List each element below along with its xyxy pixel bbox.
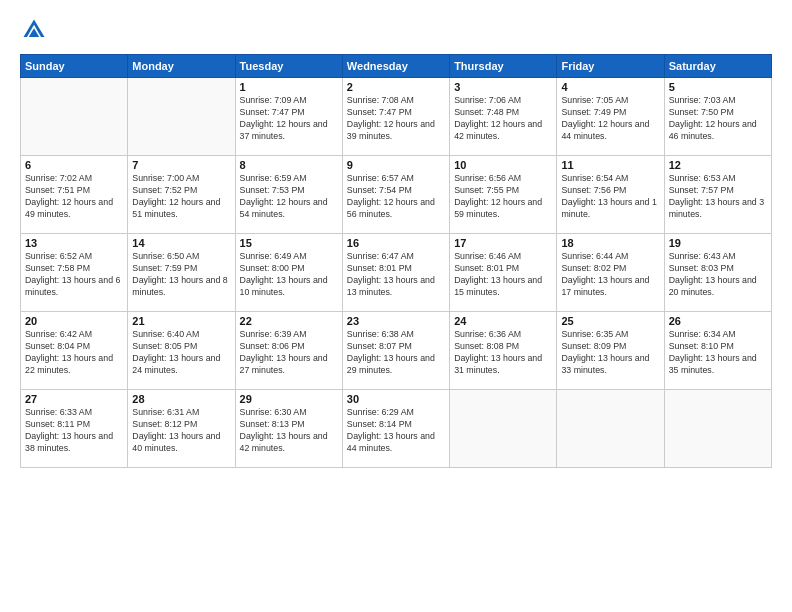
calendar-table: SundayMondayTuesdayWednesdayThursdayFrid… (20, 54, 772, 468)
day-info: Sunrise: 6:30 AM Sunset: 8:13 PM Dayligh… (240, 407, 338, 455)
calendar-cell: 19Sunrise: 6:43 AM Sunset: 8:03 PM Dayli… (664, 234, 771, 312)
calendar-cell: 29Sunrise: 6:30 AM Sunset: 8:13 PM Dayli… (235, 390, 342, 468)
day-info: Sunrise: 6:52 AM Sunset: 7:58 PM Dayligh… (25, 251, 123, 299)
day-info: Sunrise: 7:06 AM Sunset: 7:48 PM Dayligh… (454, 95, 552, 143)
weekday-header: Thursday (450, 55, 557, 78)
day-info: Sunrise: 6:42 AM Sunset: 8:04 PM Dayligh… (25, 329, 123, 377)
day-number: 25 (561, 315, 659, 327)
day-info: Sunrise: 6:56 AM Sunset: 7:55 PM Dayligh… (454, 173, 552, 221)
day-number: 3 (454, 81, 552, 93)
day-number: 23 (347, 315, 445, 327)
day-number: 15 (240, 237, 338, 249)
day-info: Sunrise: 6:53 AM Sunset: 7:57 PM Dayligh… (669, 173, 767, 221)
calendar-cell: 16Sunrise: 6:47 AM Sunset: 8:01 PM Dayli… (342, 234, 449, 312)
calendar-cell: 26Sunrise: 6:34 AM Sunset: 8:10 PM Dayli… (664, 312, 771, 390)
weekday-header: Saturday (664, 55, 771, 78)
day-info: Sunrise: 7:09 AM Sunset: 7:47 PM Dayligh… (240, 95, 338, 143)
day-info: Sunrise: 6:36 AM Sunset: 8:08 PM Dayligh… (454, 329, 552, 377)
calendar-cell (21, 78, 128, 156)
calendar-cell: 7Sunrise: 7:00 AM Sunset: 7:52 PM Daylig… (128, 156, 235, 234)
day-number: 2 (347, 81, 445, 93)
calendar-cell: 3Sunrise: 7:06 AM Sunset: 7:48 PM Daylig… (450, 78, 557, 156)
day-info: Sunrise: 6:39 AM Sunset: 8:06 PM Dayligh… (240, 329, 338, 377)
day-number: 30 (347, 393, 445, 405)
day-number: 16 (347, 237, 445, 249)
week-row: 1Sunrise: 7:09 AM Sunset: 7:47 PM Daylig… (21, 78, 772, 156)
calendar-cell: 24Sunrise: 6:36 AM Sunset: 8:08 PM Dayli… (450, 312, 557, 390)
day-info: Sunrise: 6:29 AM Sunset: 8:14 PM Dayligh… (347, 407, 445, 455)
day-info: Sunrise: 6:59 AM Sunset: 7:53 PM Dayligh… (240, 173, 338, 221)
calendar-cell: 27Sunrise: 6:33 AM Sunset: 8:11 PM Dayli… (21, 390, 128, 468)
week-row: 13Sunrise: 6:52 AM Sunset: 7:58 PM Dayli… (21, 234, 772, 312)
day-number: 5 (669, 81, 767, 93)
day-number: 22 (240, 315, 338, 327)
calendar-cell: 2Sunrise: 7:08 AM Sunset: 7:47 PM Daylig… (342, 78, 449, 156)
calendar-cell: 9Sunrise: 6:57 AM Sunset: 7:54 PM Daylig… (342, 156, 449, 234)
calendar-cell: 20Sunrise: 6:42 AM Sunset: 8:04 PM Dayli… (21, 312, 128, 390)
page: SundayMondayTuesdayWednesdayThursdayFrid… (0, 0, 792, 612)
weekday-header: Tuesday (235, 55, 342, 78)
calendar-cell: 11Sunrise: 6:54 AM Sunset: 7:56 PM Dayli… (557, 156, 664, 234)
day-number: 20 (25, 315, 123, 327)
day-number: 8 (240, 159, 338, 171)
calendar-cell: 14Sunrise: 6:50 AM Sunset: 7:59 PM Dayli… (128, 234, 235, 312)
day-number: 26 (669, 315, 767, 327)
day-info: Sunrise: 6:54 AM Sunset: 7:56 PM Dayligh… (561, 173, 659, 221)
day-info: Sunrise: 6:44 AM Sunset: 8:02 PM Dayligh… (561, 251, 659, 299)
day-number: 18 (561, 237, 659, 249)
week-row: 27Sunrise: 6:33 AM Sunset: 8:11 PM Dayli… (21, 390, 772, 468)
weekday-header: Monday (128, 55, 235, 78)
day-info: Sunrise: 6:49 AM Sunset: 8:00 PM Dayligh… (240, 251, 338, 299)
day-info: Sunrise: 6:31 AM Sunset: 8:12 PM Dayligh… (132, 407, 230, 455)
weekday-header: Sunday (21, 55, 128, 78)
day-number: 17 (454, 237, 552, 249)
calendar-cell: 4Sunrise: 7:05 AM Sunset: 7:49 PM Daylig… (557, 78, 664, 156)
calendar-cell (450, 390, 557, 468)
calendar-cell: 12Sunrise: 6:53 AM Sunset: 7:57 PM Dayli… (664, 156, 771, 234)
logo (20, 16, 52, 44)
calendar-cell: 5Sunrise: 7:03 AM Sunset: 7:50 PM Daylig… (664, 78, 771, 156)
day-info: Sunrise: 7:03 AM Sunset: 7:50 PM Dayligh… (669, 95, 767, 143)
calendar-cell: 28Sunrise: 6:31 AM Sunset: 8:12 PM Dayli… (128, 390, 235, 468)
day-number: 9 (347, 159, 445, 171)
day-number: 29 (240, 393, 338, 405)
day-number: 13 (25, 237, 123, 249)
day-info: Sunrise: 6:57 AM Sunset: 7:54 PM Dayligh… (347, 173, 445, 221)
weekday-header: Friday (557, 55, 664, 78)
calendar-cell (128, 78, 235, 156)
header (20, 16, 772, 44)
calendar-cell: 8Sunrise: 6:59 AM Sunset: 7:53 PM Daylig… (235, 156, 342, 234)
day-info: Sunrise: 6:50 AM Sunset: 7:59 PM Dayligh… (132, 251, 230, 299)
weekday-row: SundayMondayTuesdayWednesdayThursdayFrid… (21, 55, 772, 78)
calendar-cell (664, 390, 771, 468)
calendar-header: SundayMondayTuesdayWednesdayThursdayFrid… (21, 55, 772, 78)
day-number: 10 (454, 159, 552, 171)
day-number: 7 (132, 159, 230, 171)
day-info: Sunrise: 7:05 AM Sunset: 7:49 PM Dayligh… (561, 95, 659, 143)
week-row: 20Sunrise: 6:42 AM Sunset: 8:04 PM Dayli… (21, 312, 772, 390)
calendar-cell (557, 390, 664, 468)
day-info: Sunrise: 6:43 AM Sunset: 8:03 PM Dayligh… (669, 251, 767, 299)
calendar-cell: 17Sunrise: 6:46 AM Sunset: 8:01 PM Dayli… (450, 234, 557, 312)
weekday-header: Wednesday (342, 55, 449, 78)
calendar-cell: 25Sunrise: 6:35 AM Sunset: 8:09 PM Dayli… (557, 312, 664, 390)
week-row: 6Sunrise: 7:02 AM Sunset: 7:51 PM Daylig… (21, 156, 772, 234)
day-number: 27 (25, 393, 123, 405)
day-number: 11 (561, 159, 659, 171)
day-info: Sunrise: 7:02 AM Sunset: 7:51 PM Dayligh… (25, 173, 123, 221)
calendar-cell: 18Sunrise: 6:44 AM Sunset: 8:02 PM Dayli… (557, 234, 664, 312)
calendar-cell: 1Sunrise: 7:09 AM Sunset: 7:47 PM Daylig… (235, 78, 342, 156)
logo-icon (20, 16, 48, 44)
calendar-cell: 30Sunrise: 6:29 AM Sunset: 8:14 PM Dayli… (342, 390, 449, 468)
day-number: 14 (132, 237, 230, 249)
day-info: Sunrise: 6:35 AM Sunset: 8:09 PM Dayligh… (561, 329, 659, 377)
day-number: 6 (25, 159, 123, 171)
calendar-cell: 22Sunrise: 6:39 AM Sunset: 8:06 PM Dayli… (235, 312, 342, 390)
calendar-cell: 10Sunrise: 6:56 AM Sunset: 7:55 PM Dayli… (450, 156, 557, 234)
day-info: Sunrise: 6:33 AM Sunset: 8:11 PM Dayligh… (25, 407, 123, 455)
day-info: Sunrise: 6:34 AM Sunset: 8:10 PM Dayligh… (669, 329, 767, 377)
day-number: 28 (132, 393, 230, 405)
day-number: 21 (132, 315, 230, 327)
day-info: Sunrise: 6:38 AM Sunset: 8:07 PM Dayligh… (347, 329, 445, 377)
day-info: Sunrise: 7:08 AM Sunset: 7:47 PM Dayligh… (347, 95, 445, 143)
